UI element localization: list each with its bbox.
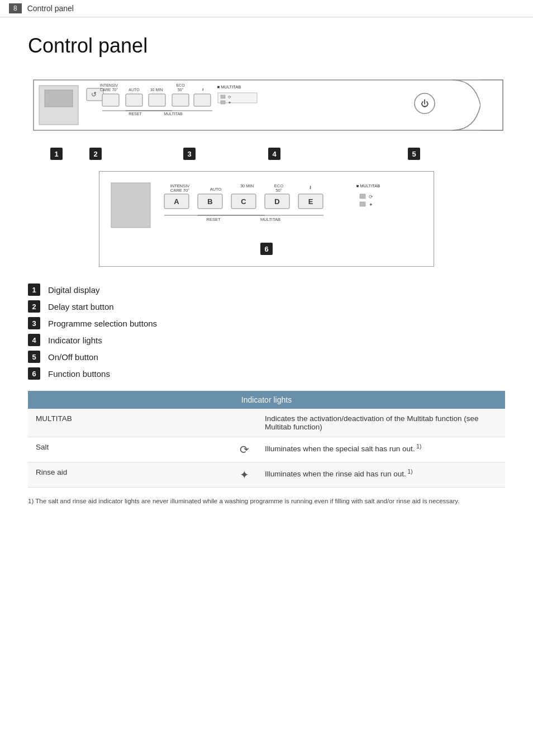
legend-list: 1 Digital display2 Delay start button3 P…	[28, 284, 505, 380]
bottom-diagram-svg: INTENSIV CARE 70° AUTO 30 MIN ECO 50° 𝄽𝄽…	[108, 177, 432, 239]
row-description: Illuminates when the special salt has ru…	[265, 445, 421, 453]
svg-text:30 MIN: 30 MIN	[150, 88, 163, 92]
svg-text:A: A	[174, 197, 179, 206]
svg-text:⟳: ⟳	[228, 95, 231, 99]
svg-text:CARE 70°: CARE 70°	[100, 88, 118, 92]
legend-text-5: On/Off button	[48, 352, 98, 362]
legend-item: 5 On/Off button	[28, 351, 505, 363]
page-header: 8 Control panel	[0, 0, 533, 17]
table-cell-desc: Illuminates when the special salt has ru…	[257, 437, 505, 462]
num-badge-6-wrapper: 6	[108, 243, 425, 255]
svg-text:✦: ✦	[228, 101, 231, 105]
table-cell-label: Rinse aid ✦	[28, 462, 257, 488]
svg-rect-14	[149, 94, 165, 106]
svg-rect-29	[111, 183, 150, 228]
legend-text-6: Function buttons	[48, 369, 110, 379]
svg-text:AUTO: AUTO	[129, 88, 140, 92]
svg-text:𝄽𝄽: 𝄽𝄽	[310, 186, 311, 190]
svg-text:MULTITAB: MULTITAB	[260, 217, 280, 222]
footnote: 1) The salt and rinse aid indicator ligh…	[28, 497, 505, 506]
svg-text:CARE 70°: CARE 70°	[170, 188, 189, 193]
svg-rect-16	[194, 94, 211, 106]
svg-text:■ MULTITAB: ■ MULTITAB	[356, 183, 380, 188]
main-content: Control panel ↺ INTENSIV CARE 70° AUTO 3…	[0, 17, 533, 523]
svg-text:MULTITAB: MULTITAB	[164, 112, 183, 116]
svg-text:RESET: RESET	[129, 112, 142, 116]
row-label: Salt	[36, 443, 49, 451]
table-row: Salt ⟳ Illuminates when the special salt…	[28, 437, 505, 462]
svg-text:RESET: RESET	[206, 217, 220, 222]
svg-text:30 MIN: 30 MIN	[240, 183, 254, 188]
legend-text-1: Digital display	[48, 285, 100, 295]
table-row: MULTITAB Indicates the activation/deacti…	[28, 409, 505, 437]
num-badge-4: 4	[268, 148, 280, 160]
legend-badge-2: 2	[28, 300, 40, 313]
svg-text:AUTO: AUTO	[210, 187, 222, 192]
bottom-diagram-panel: INTENSIV CARE 70° AUTO 30 MIN ECO 50° 𝄽𝄽…	[99, 171, 434, 267]
svg-rect-2	[45, 90, 73, 107]
page-number: 8	[9, 3, 22, 13]
num-badge-2: 2	[89, 148, 102, 160]
legend-item: 3 Programme selection buttons	[28, 317, 505, 329]
legend-item: 2 Delay start button	[28, 300, 505, 313]
svg-text:■ MULTITAB: ■ MULTITAB	[217, 84, 241, 89]
svg-text:50°: 50°	[178, 88, 184, 92]
num-badge-5: 5	[408, 148, 420, 160]
table-cell-label: Salt ⟳	[28, 437, 257, 462]
table-row: Rinse aid ✦ Illuminates when the rinse a…	[28, 462, 505, 488]
legend-badge-3: 3	[28, 317, 40, 329]
svg-rect-21	[221, 101, 225, 104]
legend-text-3: Programme selection buttons	[48, 319, 157, 328]
salt-icon: ⟳	[240, 443, 249, 456]
svg-rect-50	[360, 202, 365, 206]
legend-text-2: Delay start button	[48, 302, 114, 311]
svg-text:✦: ✦	[369, 202, 373, 207]
page-title: Control panel	[28, 34, 505, 58]
svg-text:⟳: ⟳	[369, 194, 373, 200]
table-header: Indicator lights	[28, 391, 505, 409]
footnote-ref: 1)	[406, 468, 413, 474]
rinse-icon: ✦	[240, 468, 249, 481]
row-description: Indicates the activation/deactivation of…	[265, 414, 479, 431]
svg-text:50°: 50°	[275, 188, 282, 193]
header-title: Control panel	[27, 4, 74, 13]
svg-text:↺: ↺	[91, 91, 97, 98]
num-badge-3: 3	[183, 148, 196, 160]
bottom-diagram-section: INTENSIV CARE 70° AUTO 30 MIN ECO 50° 𝄽𝄽…	[28, 171, 505, 272]
legend-text-4: Indicator lights	[48, 336, 102, 345]
legend-badge-5: 5	[28, 351, 40, 363]
svg-text:INTENSIV: INTENSIV	[100, 83, 118, 87]
legend-item: 4 Indicator lights	[28, 334, 505, 346]
indicator-table: Indicator lights MULTITAB Indicates the …	[28, 391, 505, 488]
row-label: MULTITAB	[36, 414, 72, 423]
svg-text:⏻: ⏻	[421, 99, 429, 108]
footnote-ref: 1)	[415, 443, 422, 449]
svg-text:B: B	[207, 197, 212, 206]
svg-text:C: C	[241, 197, 246, 206]
legend-item: 6 Function buttons	[28, 367, 505, 380]
legend-badge-4: 4	[28, 334, 40, 346]
top-diagram-section: ↺ INTENSIV CARE 70° AUTO 30 MIN ECO 50° …	[28, 74, 505, 160]
row-label: Rinse aid	[36, 468, 67, 476]
svg-rect-19	[221, 95, 225, 98]
legend-badge-6: 6	[28, 367, 40, 380]
row-description: Illuminates when the rinse aid has run o…	[265, 470, 413, 478]
table-cell-label: MULTITAB	[28, 409, 257, 437]
svg-text:D: D	[274, 197, 279, 206]
table-cell-desc: Illuminates when the rinse aid has run o…	[257, 462, 505, 488]
svg-rect-12	[102, 94, 119, 106]
table-cell-desc: Indicates the activation/deactivation of…	[257, 409, 505, 437]
num-badge-6: 6	[260, 243, 273, 255]
top-diagram-svg: ↺ INTENSIV CARE 70° AUTO 30 MIN ECO 50° …	[28, 74, 508, 141]
svg-text:ECO: ECO	[176, 83, 185, 87]
top-diagram-panel: ↺ INTENSIV CARE 70° AUTO 30 MIN ECO 50° …	[28, 74, 505, 143]
legend-badge-1: 1	[28, 284, 40, 296]
num-badge-1: 1	[50, 148, 63, 160]
svg-rect-15	[172, 94, 189, 106]
svg-rect-13	[126, 94, 142, 106]
legend-item: 1 Digital display	[28, 284, 505, 296]
svg-rect-48	[360, 194, 365, 199]
svg-text:E: E	[308, 197, 313, 206]
